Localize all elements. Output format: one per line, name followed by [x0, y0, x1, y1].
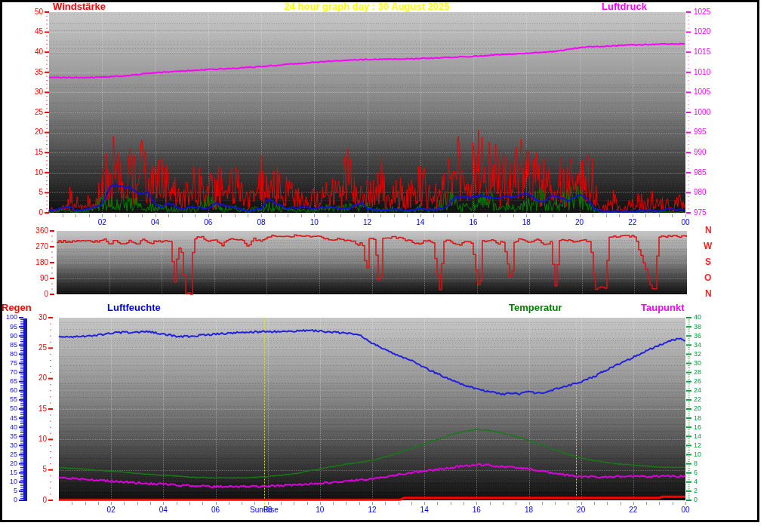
- compass-letter-n-bottom: N: [705, 289, 712, 298]
- sunrise-label: SunRise: [250, 506, 279, 514]
- compass-letter-n-top: N: [705, 226, 712, 235]
- weather-graph-page: { "header": { "left_label": "Windstärke"…: [0, 0, 773, 532]
- weather-chart-canvas: [2, 2, 757, 520]
- taupunkt-section-label: Taupunkt: [641, 303, 685, 312]
- temperatur-section-label: Temperatur: [509, 303, 562, 312]
- windstaerke-section-label: Windstärke: [53, 2, 106, 11]
- compass-letter-s: S: [705, 257, 711, 266]
- weather-graph-frame: Windstärke 24 hour graph day : 30 August…: [0, 0, 759, 522]
- luftfeuchte-section-label: Luftfeuchte: [107, 303, 161, 312]
- luftdruck-section-label: Luftdruck: [602, 2, 647, 11]
- regen-section-label: Regen: [2, 303, 32, 312]
- compass-letter-w: W: [704, 241, 712, 251]
- chart-title: 24 hour graph day : 30 August 2025: [284, 2, 449, 11]
- compass-letter-o: O: [704, 273, 711, 282]
